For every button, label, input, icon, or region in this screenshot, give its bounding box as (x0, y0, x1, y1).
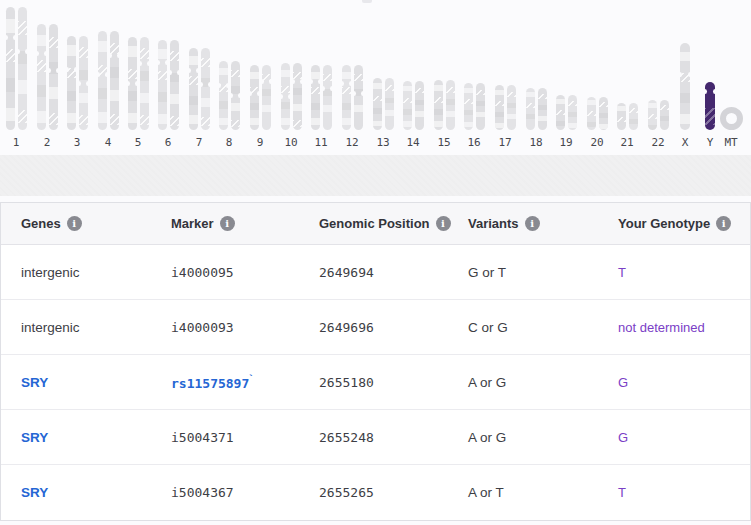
info-icon[interactable]: i (220, 216, 235, 231)
chromosome-17-copy1[interactable] (495, 85, 504, 130)
chromosome-6-copy2[interactable] (170, 40, 179, 130)
chromosome-21-copy1[interactable] (617, 103, 626, 130)
chromosome-8-copy1[interactable] (219, 61, 228, 130)
chromosome-label-22[interactable]: 22 (651, 136, 664, 149)
chromosome-18-copy1[interactable] (526, 88, 535, 130)
chromosome-19-copy1[interactable] (556, 95, 565, 130)
chromosome-9-copy2[interactable] (262, 65, 271, 130)
chromosome-16-copy2[interactable] (476, 83, 485, 130)
chromosome-9-copy1[interactable] (250, 65, 259, 130)
variants-cell: C or G (448, 320, 598, 335)
chromosome-label-MT[interactable]: MT (724, 136, 737, 149)
info-icon[interactable]: i (716, 216, 731, 231)
chromosome-15-copy2[interactable] (446, 80, 455, 130)
chromosome-label-11[interactable]: 11 (314, 136, 327, 149)
chromosome-17-copy2[interactable] (507, 85, 516, 130)
chromosome-5-copy1[interactable] (128, 37, 137, 130)
chromosome-10-copy1[interactable] (281, 63, 290, 130)
chromosome-label-20[interactable]: 20 (590, 136, 603, 149)
chromosome-label-10[interactable]: 10 (284, 136, 297, 149)
marker-link[interactable]: rs11575897 (171, 376, 249, 391)
chromosome-11-copy1[interactable] (311, 65, 320, 130)
variants-cell: A or G (448, 430, 598, 445)
gene-link[interactable]: SRY (1, 430, 151, 445)
chromosome-8-copy2[interactable] (231, 61, 240, 130)
chromosome-label-7[interactable]: 7 (196, 136, 203, 149)
chromosome-13-copy2[interactable] (385, 78, 394, 130)
genotype-value: not determined (618, 320, 705, 335)
ideogram-base-strip (0, 155, 751, 196)
chromosome-label-3[interactable]: 3 (74, 136, 81, 149)
chromosome-label-16[interactable]: 16 (467, 136, 480, 149)
chromosome-label-Y[interactable]: Y (707, 136, 714, 149)
chromosome-4-copy1[interactable] (98, 31, 107, 130)
chromosome-12-copy2[interactable] (354, 65, 363, 130)
chromosome-20-copy1[interactable] (587, 97, 596, 130)
chromosome-label-15[interactable]: 15 (437, 136, 450, 149)
chromosome-21-copy2[interactable] (629, 103, 638, 130)
column-header-variants: Variantsi (448, 216, 598, 231)
chromosome-label-21[interactable]: 21 (620, 136, 633, 149)
position-cell: 2655180 (299, 375, 448, 390)
variants-header-label: Variants (468, 216, 519, 231)
chromosome-label-4[interactable]: 4 (105, 136, 112, 149)
chromosome-4-copy2[interactable] (110, 31, 119, 130)
table-row: SRY rs11575897` 2655180 A or G G (1, 355, 750, 410)
chromosome-20-copy2[interactable] (599, 97, 608, 130)
chromosome-label-5[interactable]: 5 (135, 136, 142, 149)
chromosome-11-copy2[interactable] (323, 65, 332, 130)
chromosome-label-14[interactable]: 14 (406, 136, 419, 149)
column-header-marker: Markeri (151, 216, 299, 231)
chromosome-label-12[interactable]: 12 (345, 136, 358, 149)
chromosome-mt[interactable] (720, 107, 743, 130)
position-cell: 2655248 (299, 430, 448, 445)
chromosome-3-copy1[interactable] (67, 36, 76, 130)
chromosome-22-copy1[interactable] (648, 100, 657, 130)
column-header-your-genotype: Your Genotypei (598, 216, 750, 231)
chromosome-1-copy1[interactable] (6, 7, 15, 130)
chromosome-label-18[interactable]: 18 (529, 136, 542, 149)
variants-cell: G or T (448, 265, 598, 280)
chromosome-10-copy2[interactable] (293, 63, 302, 130)
chromosome-7-copy1[interactable] (189, 48, 198, 130)
chromosome-label-8[interactable]: 8 (226, 136, 233, 149)
position-cell: 2649696 (299, 320, 448, 335)
chromosome-12-copy1[interactable] (342, 65, 351, 130)
chromosome-14-copy2[interactable] (415, 81, 424, 130)
chromosome-5-copy2[interactable] (140, 37, 149, 130)
chromosome-label-17[interactable]: 17 (498, 136, 511, 149)
gene-cell: intergenic (1, 320, 151, 335)
chromosome-label-6[interactable]: 6 (165, 136, 172, 149)
chromosome-label-1[interactable]: 1 (13, 136, 20, 149)
gene-link[interactable]: SRY (1, 375, 151, 390)
variants-cell: A or G (448, 375, 598, 390)
info-icon[interactable]: i (525, 216, 540, 231)
karyotype-ideogram: 12345678910111213141516171819202122XYMT (0, 0, 751, 155)
chromosome-7-copy2[interactable] (201, 48, 210, 130)
chromosome-15-copy1[interactable] (434, 80, 443, 130)
gene-link[interactable]: SRY (1, 485, 151, 500)
marker-cell: i4000093 (151, 320, 299, 335)
chromosome-label-19[interactable]: 19 (559, 136, 572, 149)
chromosome-14-copy1[interactable] (403, 81, 412, 130)
chromosome-label-13[interactable]: 13 (376, 136, 389, 149)
column-header-genes: Genesi (1, 216, 151, 231)
chromosome-6-copy1[interactable] (158, 40, 167, 130)
chromosome-X[interactable] (680, 43, 690, 130)
info-icon[interactable]: i (67, 216, 82, 231)
chromosome-18-copy2[interactable] (538, 88, 547, 130)
table-row: intergenic i4000095 2649694 G or T T (1, 245, 750, 300)
chromosome-label-2[interactable]: 2 (44, 136, 51, 149)
chromosome-1-copy2[interactable] (18, 7, 27, 130)
chromosome-label-X[interactable]: X (682, 136, 689, 149)
position-cell: 2655265 (299, 485, 448, 500)
chromosome-19-copy2[interactable] (568, 95, 577, 130)
chromosome-22-copy2[interactable] (660, 100, 669, 130)
chromosome-2-copy1[interactable] (37, 24, 46, 130)
chromosome-16-copy1[interactable] (464, 83, 473, 130)
chromosome-Y[interactable] (705, 82, 715, 130)
chromosome-3-copy2[interactable] (79, 36, 88, 130)
chromosome-13-copy1[interactable] (373, 78, 382, 130)
chromosome-label-9[interactable]: 9 (257, 136, 264, 149)
chromosome-2-copy2[interactable] (49, 24, 58, 130)
